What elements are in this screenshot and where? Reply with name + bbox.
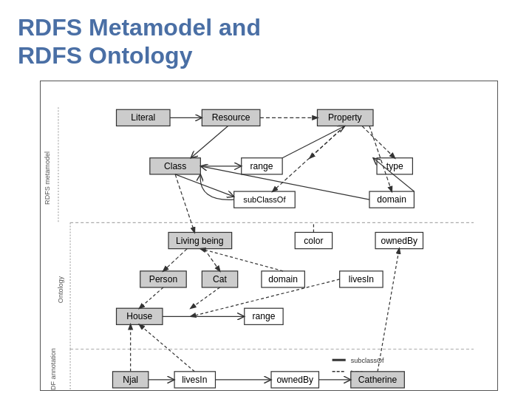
label-livingbeing: Living being: [176, 235, 223, 245]
ontology-label: Ontology: [57, 276, 64, 303]
label-njal: Njal: [123, 375, 138, 385]
label-house: House: [126, 311, 152, 321]
label-class: Class: [164, 161, 186, 171]
diagram-svg: RDFS metamodel Ontology RDF annotation L…: [41, 81, 497, 390]
diagram-container: RDFS metamodel Ontology RDF annotation L…: [40, 81, 498, 391]
label-ownedby-rdf: ownedBy: [276, 375, 314, 385]
edge-range-property: [282, 126, 345, 157]
edge-lb-person: [163, 248, 187, 270]
label-range2: range: [252, 311, 275, 321]
edge-subclassof-class: [200, 174, 234, 200]
edge-cat-house: [191, 287, 219, 308]
page: RDFS Metamodel andRDFS Ontology RDFS met…: [0, 0, 532, 399]
label-livesin: livesIn: [349, 274, 374, 284]
edge-catherine-ownedby: [378, 248, 399, 371]
edge-property-subclassof: [273, 126, 345, 191]
label-type: type: [386, 161, 403, 171]
rdfs-metamodel-label: RDFS metamodel: [44, 151, 51, 205]
label-property: Property: [328, 112, 363, 123]
edge-class-livingbeing: [175, 174, 194, 233]
edge-property-type: [362, 126, 395, 157]
edge-class-subclassof: [175, 174, 234, 197]
label-resource: Resource: [212, 112, 250, 123]
page-title: RDFS Metamodel andRDFS Ontology: [18, 13, 514, 70]
label-range: range: [250, 161, 273, 171]
label-livesin-rdf: livesIn: [182, 375, 207, 385]
edge-domain2-lb: [200, 248, 283, 270]
label-catherine: Catherine: [358, 375, 398, 385]
label-person: Person: [149, 274, 177, 284]
edge-livesinrdf-house: [140, 324, 195, 371]
legend-solid: [332, 358, 346, 361]
rdf-annotation-label: RDF annotation: [50, 348, 57, 390]
label-domain2: domain: [268, 274, 298, 284]
edge-person-house: [140, 287, 163, 308]
label-ownedby: ownedBy: [381, 235, 418, 245]
label-literal: Literal: [131, 112, 155, 123]
label-domain: domain: [377, 194, 406, 205]
label-subclassof: subClassOf: [243, 195, 286, 204]
edge-resource-class: [191, 126, 228, 157]
label-cat: Cat: [213, 274, 227, 284]
label-color: color: [304, 235, 323, 245]
